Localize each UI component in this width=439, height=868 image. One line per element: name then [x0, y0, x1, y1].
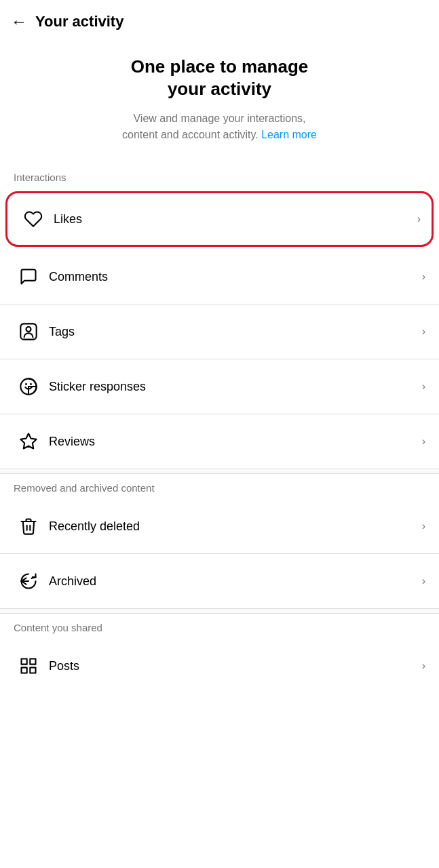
hero-subtitle: View and manage your interactions,conten… — [27, 111, 412, 143]
sticker-responses-label: Sticker responses — [49, 380, 422, 394]
svg-marker-5 — [20, 433, 36, 448]
likes-label: Likes — [54, 212, 417, 226]
archived-label: Archived — [49, 574, 422, 589]
svg-rect-9 — [30, 667, 35, 673]
chevron-right-icon: › — [422, 380, 425, 393]
section-label-removed-archived: Removed and archived content — [0, 474, 439, 499]
back-button[interactable]: ← — [11, 12, 27, 31]
menu-item-sticker-responses[interactable]: Sticker responses › — [0, 359, 439, 414]
page-title: Your activity — [35, 13, 123, 31]
heart-icon — [18, 204, 48, 234]
archive-icon — [14, 566, 43, 596]
section-label-interactions: Interactions — [0, 163, 439, 189]
tag-person-icon — [14, 317, 43, 347]
grid-icon — [14, 651, 43, 681]
reviews-label: Reviews — [49, 435, 422, 449]
learn-more-link[interactable]: Learn more — [261, 129, 317, 140]
menu-item-tags[interactable]: Tags › — [0, 304, 439, 359]
menu-item-archived[interactable]: Archived › — [0, 554, 439, 608]
menu-item-likes[interactable]: Likes › — [5, 191, 434, 247]
menu-item-comments[interactable]: Comments › — [0, 250, 439, 304]
trash-icon — [14, 511, 43, 541]
comments-label: Comments — [49, 270, 422, 284]
chevron-right-icon: › — [422, 326, 425, 338]
chevron-right-icon: › — [422, 660, 425, 672]
sticker-icon — [14, 372, 43, 401]
header: ← Your activity — [0, 0, 439, 42]
chevron-right-icon: › — [422, 520, 425, 532]
hero-section: One place to manageyour activity View an… — [0, 42, 439, 163]
svg-rect-6 — [22, 659, 27, 665]
svg-rect-8 — [22, 667, 27, 673]
menu-item-posts[interactable]: Posts › — [0, 639, 439, 693]
comment-icon — [14, 262, 43, 292]
review-icon — [14, 427, 43, 456]
section-label-content-shared: Content you shared — [0, 614, 439, 639]
recently-deleted-label: Recently deleted — [49, 519, 422, 534]
menu-item-reviews[interactable]: Reviews › — [0, 414, 439, 469]
hero-title: One place to manageyour activity — [27, 56, 412, 100]
chevron-right-icon: › — [417, 213, 421, 225]
tags-label: Tags — [49, 325, 422, 339]
chevron-right-icon: › — [422, 435, 425, 448]
svg-rect-7 — [30, 659, 35, 665]
chevron-right-icon: › — [422, 271, 425, 283]
svg-point-1 — [26, 327, 31, 332]
posts-label: Posts — [49, 659, 422, 673]
menu-item-recently-deleted[interactable]: Recently deleted › — [0, 499, 439, 553]
chevron-right-icon: › — [422, 575, 425, 587]
